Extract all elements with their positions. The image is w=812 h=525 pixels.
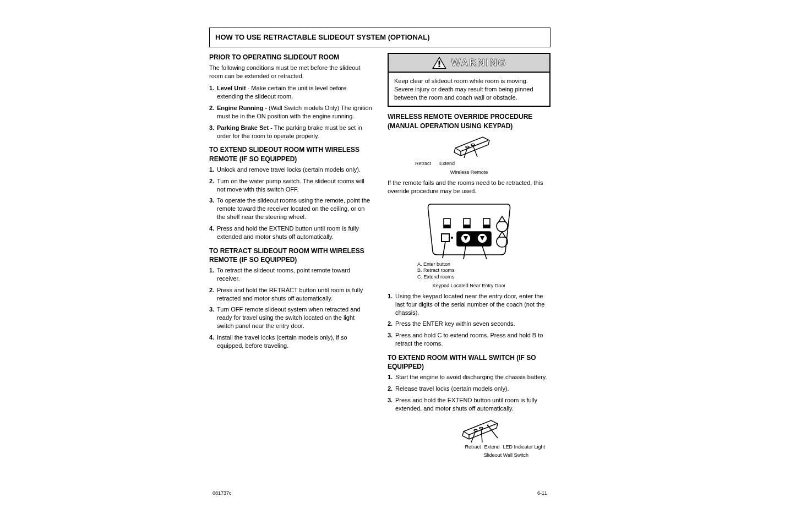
warning-label: WARNING — [451, 56, 507, 69]
retract-item-1: To retract the slideout rooms, point rem… — [217, 266, 372, 283]
wall-led-label: LED Indicator Light — [503, 444, 545, 450]
svg-rect-10 — [444, 226, 450, 228]
extend-heading: TO EXTEND SLIDEOUT ROOM WITH WIRELESS RE… — [209, 145, 372, 163]
retract-list: 1.To retract the slideout rooms, point r… — [209, 266, 372, 350]
legend-a: A. Enter button — [417, 261, 450, 268]
extend-list: 1.Unlock and remove travel locks (certai… — [209, 166, 372, 241]
wall-item-2: Release travel locks (certain models onl… — [395, 385, 551, 393]
retract-item-2: Press and hold the RETRACT button until … — [217, 286, 372, 303]
warning-triangle-icon — [432, 56, 447, 69]
prior-heading: PRIOR TO OPERATING SLIDEOUT ROOM — [209, 53, 372, 62]
keypad-legend: A. Enter button B. Retract rooms C. Exte… — [410, 261, 551, 281]
svg-rect-15 — [442, 234, 449, 242]
wall-switch-icon — [454, 416, 503, 442]
keypad-caption: Keypad Located Near Entry Door — [388, 282, 551, 289]
wall-switch-captions: Retract Extend LED Indicator Light — [388, 444, 545, 450]
section-title-text: HOW TO USE RETRACTABLE SLIDEOUT SYSTEM (… — [215, 33, 430, 41]
wireless-remote-icon — [444, 133, 494, 159]
svg-rect-12 — [464, 226, 470, 228]
svg-rect-13 — [483, 218, 490, 225]
warning-body: Keep clear of slideout room while room i… — [389, 73, 549, 106]
remote-note: Wireless Remote — [388, 169, 551, 176]
wall-list: 1.Start the engine to avoid discharging … — [388, 373, 551, 412]
svg-rect-9 — [444, 218, 450, 225]
svg-point-16 — [451, 237, 453, 239]
retract-item-4: Install the travel locks (certain models… — [217, 333, 372, 350]
page-content: HOW TO USE RETRACTABLE SLIDEOUT SYSTEM (… — [209, 28, 551, 501]
wall-item-3: Press and hold the EXTEND button until r… — [395, 396, 551, 413]
svg-rect-2 — [438, 61, 440, 64]
warning-header: WARNING — [389, 54, 549, 73]
extend-item-2: Turn on the water pump switch. The slide… — [217, 177, 372, 194]
warning-box: WARNING Keep clear of slideout room whil… — [388, 53, 551, 107]
right-column: WARNING Keep clear of slideout room whil… — [388, 53, 551, 462]
override-heading: WIRELESS REMOTE OVERRIDE PROCEDURE (MANU… — [388, 112, 551, 130]
wall-heading: TO EXTEND ROOM WITH WALL SWITCH (IF SO E… — [388, 353, 551, 371]
page-footer: 081737c 6-11 — [209, 490, 551, 496]
footer-right: 6-11 — [537, 490, 547, 496]
override-intro: If the remote fails and the rooms need t… — [388, 179, 551, 195]
legend-c: C. Extend rooms — [417, 274, 454, 281]
wall-retract-label: Retract — [465, 444, 481, 450]
extend-item-4: Press and hold the EXTEND button until r… — [217, 225, 372, 241]
override-item-3: Press and hold C to extend rooms. Press … — [395, 331, 551, 348]
retract-item-3: Turn OFF remote slideout system when ret… — [217, 305, 372, 330]
two-column-layout: PRIOR TO OPERATING SLIDEOUT ROOM The fol… — [209, 53, 551, 462]
override-list: 1.Using the keypad located near the entr… — [388, 292, 551, 348]
retract-heading: TO RETRACT SLIDEOUT ROOM WITH WIRELESS R… — [209, 247, 372, 264]
remote-caption: Retract Extend — [415, 160, 551, 167]
wall-extend-label: Extend — [484, 444, 499, 450]
section-title: HOW TO USE RETRACTABLE SLIDEOUT SYSTEM (… — [209, 28, 551, 47]
svg-rect-11 — [464, 218, 470, 225]
extend-item-3: To operate the slideout rooms using the … — [217, 196, 372, 221]
prior-item-3-bold: Parking Brake Set — [217, 124, 269, 131]
footer-left: 081737c — [212, 490, 232, 496]
wall-item-1: Start the engine to avoid discharging th… — [395, 373, 551, 381]
wall-switch-note: Slideout Wall Switch — [388, 452, 528, 458]
prior-item-2-bold: Engine Running — [217, 105, 263, 111]
keypad-icon — [414, 200, 524, 260]
override-item-1: Using the keypad located near the entry … — [395, 292, 551, 317]
prior-item-1-bold: Level Unit — [217, 85, 246, 91]
prior-body: The following conditions must be met bef… — [209, 64, 372, 80]
remote-extend-label: Extend — [439, 161, 455, 166]
override-item-2: Press the ENTER key within seven seconds… — [395, 320, 551, 328]
extend-item-1: Unlock and remove travel locks (certain … — [217, 166, 372, 174]
remote-retract-label: Retract — [415, 161, 431, 166]
left-column: PRIOR TO OPERATING SLIDEOUT ROOM The fol… — [209, 53, 372, 462]
svg-point-3 — [438, 65, 440, 67]
prior-list: 1.Level Unit - Make certain the unit is … — [209, 84, 372, 140]
legend-b: B. Retract rooms — [417, 267, 455, 274]
svg-rect-14 — [483, 226, 490, 228]
